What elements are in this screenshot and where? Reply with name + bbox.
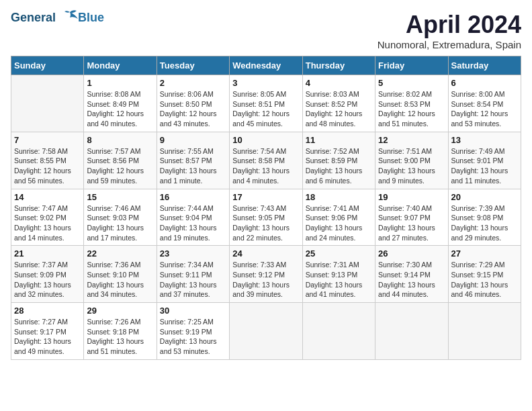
day-number: 30 [160, 306, 226, 316]
day-cell: 26Sunrise: 7:30 AM Sunset: 9:14 PM Dayli… [375, 246, 448, 303]
day-cell: 13Sunrise: 7:49 AM Sunset: 9:01 PM Dayli… [448, 132, 521, 189]
day-number: 20 [451, 192, 518, 202]
day-number: 7 [14, 135, 81, 145]
day-number: 4 [306, 78, 372, 88]
day-cell: 16Sunrise: 7:44 AM Sunset: 9:04 PM Dayli… [157, 189, 229, 246]
day-cell: 14Sunrise: 7:47 AM Sunset: 9:02 PM Dayli… [11, 189, 84, 246]
day-cell: 29Sunrise: 7:26 AM Sunset: 9:18 PM Dayli… [84, 303, 157, 360]
day-info: Sunrise: 7:46 AM Sunset: 9:03 PM Dayligh… [87, 203, 153, 243]
day-number: 14 [14, 192, 81, 202]
day-cell: 30Sunrise: 7:25 AM Sunset: 9:19 PM Dayli… [157, 303, 229, 360]
location: Nunomoral, Extremadura, Spain [378, 39, 521, 50]
day-info: Sunrise: 7:49 AM Sunset: 9:01 PM Dayligh… [451, 146, 518, 186]
day-number: 17 [232, 192, 299, 202]
day-info: Sunrise: 7:27 AM Sunset: 9:17 PM Dayligh… [14, 317, 81, 357]
day-info: Sunrise: 7:34 AM Sunset: 9:11 PM Dayligh… [160, 260, 226, 300]
day-info: Sunrise: 8:06 AM Sunset: 8:50 PM Dayligh… [160, 89, 226, 129]
week-row-5: 28Sunrise: 7:27 AM Sunset: 9:17 PM Dayli… [11, 303, 521, 360]
day-cell: 4Sunrise: 8:03 AM Sunset: 8:52 PM Daylig… [302, 75, 375, 132]
day-number: 24 [232, 248, 299, 259]
week-row-2: 7Sunrise: 7:58 AM Sunset: 8:55 PM Daylig… [11, 132, 521, 189]
logo: General Blue [11, 11, 104, 25]
day-cell: 8Sunrise: 7:57 AM Sunset: 8:56 PM Daylig… [84, 132, 157, 189]
logo-text: General [11, 11, 79, 25]
day-number: 26 [378, 248, 445, 259]
day-info: Sunrise: 7:41 AM Sunset: 9:06 PM Dayligh… [306, 203, 372, 243]
title-block: April 2024 Nunomoral, Extremadura, Spain [378, 11, 521, 50]
day-cell [230, 303, 302, 360]
day-info: Sunrise: 7:40 AM Sunset: 9:07 PM Dayligh… [378, 203, 445, 243]
day-number: 29 [87, 306, 153, 316]
page-header: General Blue April 2024 Nunomoral, Extre… [11, 11, 521, 50]
day-info: Sunrise: 7:25 AM Sunset: 9:19 PM Dayligh… [160, 317, 226, 357]
day-cell [448, 303, 521, 360]
day-cell: 19Sunrise: 7:40 AM Sunset: 9:07 PM Dayli… [375, 189, 448, 246]
day-number: 3 [232, 78, 299, 88]
day-number: 13 [451, 135, 518, 145]
day-cell: 2Sunrise: 8:06 AM Sunset: 8:50 PM Daylig… [157, 75, 229, 132]
day-cell: 3Sunrise: 8:05 AM Sunset: 8:51 PM Daylig… [230, 75, 302, 132]
day-cell: 27Sunrise: 7:29 AM Sunset: 9:15 PM Dayli… [448, 246, 521, 303]
day-header-friday: Friday [375, 56, 448, 75]
day-cell: 17Sunrise: 7:43 AM Sunset: 9:05 PM Dayli… [230, 189, 302, 246]
day-info: Sunrise: 7:51 AM Sunset: 9:00 PM Dayligh… [378, 146, 445, 186]
day-cell: 28Sunrise: 7:27 AM Sunset: 9:17 PM Dayli… [11, 303, 84, 360]
day-cell [375, 303, 448, 360]
day-number: 1 [87, 78, 153, 88]
day-number: 23 [160, 248, 226, 259]
day-cell: 20Sunrise: 7:39 AM Sunset: 9:08 PM Dayli… [448, 189, 521, 246]
day-cell: 1Sunrise: 8:08 AM Sunset: 8:49 PM Daylig… [84, 75, 157, 132]
day-info: Sunrise: 8:00 AM Sunset: 8:54 PM Dayligh… [451, 89, 518, 129]
day-cell [302, 303, 375, 360]
day-header-wednesday: Wednesday [230, 56, 302, 75]
day-cell [11, 75, 84, 132]
day-number: 2 [160, 78, 226, 88]
day-info: Sunrise: 7:43 AM Sunset: 9:05 PM Dayligh… [232, 203, 299, 243]
day-info: Sunrise: 7:55 AM Sunset: 8:57 PM Dayligh… [160, 146, 226, 186]
day-cell: 21Sunrise: 7:37 AM Sunset: 9:09 PM Dayli… [11, 246, 84, 303]
day-number: 22 [87, 248, 153, 259]
day-info: Sunrise: 7:57 AM Sunset: 8:56 PM Dayligh… [87, 146, 153, 186]
day-header-sunday: Sunday [11, 56, 84, 75]
day-cell: 18Sunrise: 7:41 AM Sunset: 9:06 PM Dayli… [302, 189, 375, 246]
day-info: Sunrise: 7:26 AM Sunset: 9:18 PM Dayligh… [87, 317, 153, 357]
day-number: 10 [232, 135, 299, 145]
day-number: 11 [306, 135, 372, 145]
calendar-table: SundayMondayTuesdayWednesdayThursdayFrid… [11, 56, 521, 360]
day-info: Sunrise: 7:37 AM Sunset: 9:09 PM Dayligh… [14, 260, 81, 300]
day-number: 25 [306, 248, 372, 259]
day-info: Sunrise: 7:30 AM Sunset: 9:14 PM Dayligh… [378, 260, 445, 300]
day-cell: 6Sunrise: 8:00 AM Sunset: 8:54 PM Daylig… [448, 75, 521, 132]
day-number: 18 [306, 192, 372, 202]
day-number: 6 [451, 78, 518, 88]
day-cell: 23Sunrise: 7:34 AM Sunset: 9:11 PM Dayli… [157, 246, 229, 303]
day-number: 8 [87, 135, 153, 145]
day-info: Sunrise: 7:44 AM Sunset: 9:04 PM Dayligh… [160, 203, 226, 243]
day-cell: 11Sunrise: 7:52 AM Sunset: 8:59 PM Dayli… [302, 132, 375, 189]
day-info: Sunrise: 7:54 AM Sunset: 8:58 PM Dayligh… [232, 146, 299, 186]
day-number: 19 [378, 192, 445, 202]
day-number: 27 [451, 248, 518, 259]
day-header-tuesday: Tuesday [157, 56, 229, 75]
logo-blue: Blue [78, 11, 104, 25]
week-row-3: 14Sunrise: 7:47 AM Sunset: 9:02 PM Dayli… [11, 189, 521, 246]
day-header-thursday: Thursday [302, 56, 375, 75]
calendar-header-row: SundayMondayTuesdayWednesdayThursdayFrid… [11, 56, 521, 75]
day-number: 5 [378, 78, 445, 88]
day-info: Sunrise: 7:47 AM Sunset: 9:02 PM Dayligh… [14, 203, 81, 243]
day-info: Sunrise: 8:03 AM Sunset: 8:52 PM Dayligh… [306, 89, 372, 129]
day-cell: 12Sunrise: 7:51 AM Sunset: 9:00 PM Dayli… [375, 132, 448, 189]
day-number: 12 [378, 135, 445, 145]
day-cell: 24Sunrise: 7:33 AM Sunset: 9:12 PM Dayli… [230, 246, 302, 303]
day-info: Sunrise: 8:02 AM Sunset: 8:53 PM Dayligh… [378, 89, 445, 129]
day-cell: 15Sunrise: 7:46 AM Sunset: 9:03 PM Dayli… [84, 189, 157, 246]
day-info: Sunrise: 7:39 AM Sunset: 9:08 PM Dayligh… [451, 203, 518, 243]
week-row-4: 21Sunrise: 7:37 AM Sunset: 9:09 PM Dayli… [11, 246, 521, 303]
day-number: 16 [160, 192, 226, 202]
day-info: Sunrise: 7:33 AM Sunset: 9:12 PM Dayligh… [232, 260, 299, 300]
day-info: Sunrise: 8:05 AM Sunset: 8:51 PM Dayligh… [232, 89, 299, 129]
logo-general: General [11, 11, 56, 24]
logo-bird-icon [60, 9, 79, 24]
day-number: 21 [14, 248, 81, 259]
day-cell: 5Sunrise: 8:02 AM Sunset: 8:53 PM Daylig… [375, 75, 448, 132]
